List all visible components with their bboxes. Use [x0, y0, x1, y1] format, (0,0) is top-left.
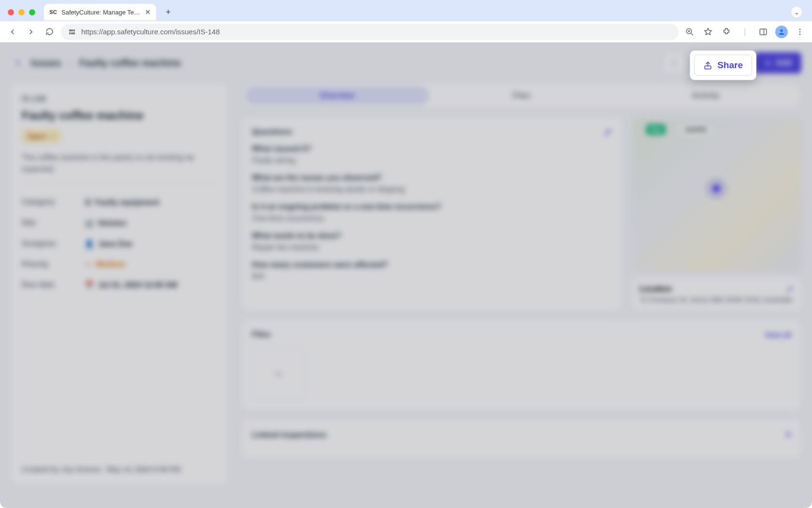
forward-button[interactable]: [24, 25, 38, 39]
share-highlight-popover: Share: [690, 50, 756, 80]
svg-point-2: [70, 29, 72, 31]
profile-avatar[interactable]: [775, 26, 788, 38]
reload-button[interactable]: [43, 25, 56, 39]
address-bar: https://app.safetyculture.com/issues/IS-…: [0, 21, 812, 43]
browser-tools: |: [683, 26, 806, 38]
separator-icon: |: [739, 26, 751, 38]
window-controls: [8, 9, 35, 15]
sidepanel-icon[interactable]: [757, 26, 769, 38]
close-tab-icon[interactable]: ✕: [145, 9, 151, 15]
url-input[interactable]: https://app.safetyculture.com/issues/IS-…: [61, 24, 679, 40]
bookmark-icon[interactable]: [702, 26, 714, 38]
site-settings-icon[interactable]: [68, 28, 76, 36]
svg-rect-5: [760, 29, 767, 35]
new-tab-button[interactable]: +: [161, 5, 175, 19]
share-button[interactable]: Share: [694, 55, 752, 76]
tab-title: SafetyCulture: Manage Teams and...: [61, 9, 141, 16]
app-viewport: Issues › Faulty coffee machine Add IS-14…: [0, 43, 812, 508]
browser-chrome: SC SafetyCulture: Manage Teams and... ✕ …: [0, 0, 812, 43]
svg-point-3: [72, 32, 74, 34]
minimize-window-icon[interactable]: [18, 9, 25, 15]
kebab-menu-icon[interactable]: [794, 26, 806, 38]
share-button-label: Share: [717, 60, 743, 71]
back-button[interactable]: [6, 25, 19, 39]
zoom-icon[interactable]: [683, 26, 696, 38]
svg-point-6: [780, 29, 783, 31]
svg-point-7: [799, 29, 801, 30]
extensions-icon[interactable]: [720, 26, 733, 38]
favicon-icon: SC: [49, 8, 58, 16]
tab-overview-button[interactable]: ⌄: [791, 6, 802, 18]
maximize-window-icon[interactable]: [29, 9, 35, 15]
close-window-icon[interactable]: [8, 9, 14, 15]
url-text: https://app.safetyculture.com/issues/IS-…: [81, 28, 220, 36]
browser-tab[interactable]: SC SafetyCulture: Manage Teams and... ✕: [44, 4, 156, 20]
modal-overlay: [0, 43, 812, 508]
tab-bar: SC SafetyCulture: Manage Teams and... ✕ …: [0, 0, 812, 21]
share-icon: [703, 61, 712, 70]
svg-point-8: [799, 31, 801, 32]
svg-point-9: [799, 33, 801, 35]
